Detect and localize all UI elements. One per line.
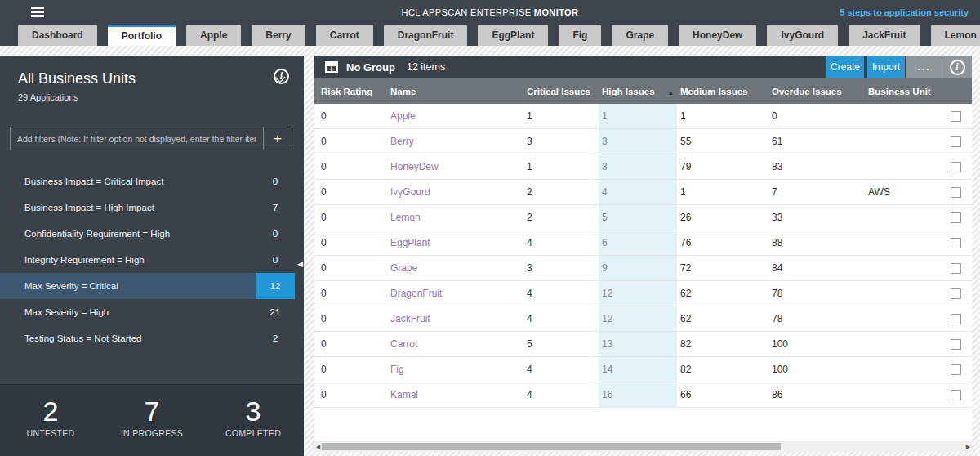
filter-item-business-impact-critical[interactable]: Business Impact = Critical Impact 0	[0, 168, 295, 194]
tab-honeydew[interactable]: HoneyDew	[679, 25, 756, 46]
cell-critical: 1	[527, 154, 599, 179]
row-checkbox[interactable]	[951, 263, 961, 274]
group-icon[interactable]	[325, 61, 338, 73]
row-checkbox[interactable]	[951, 162, 961, 172]
cell-business-unit	[868, 129, 947, 154]
col-risk-rating[interactable]: Risk Rating	[314, 87, 390, 96]
app-name-link[interactable]: Berry	[390, 129, 527, 154]
tab-lemon[interactable]: Lemon	[931, 25, 980, 46]
cell-critical: 4	[527, 230, 599, 255]
row-checkbox[interactable]	[951, 339, 961, 350]
cell-overdue: 88	[772, 230, 868, 255]
cell-high: 6	[599, 230, 677, 255]
col-critical-issues[interactable]: Critical Issues	[527, 87, 599, 96]
app-name-link[interactable]: Grape	[390, 256, 527, 280]
row-checkbox[interactable]	[951, 314, 961, 324]
cell-high: 12	[599, 306, 677, 331]
business-units-title[interactable]: All Business Units	[18, 70, 136, 87]
row-checkbox[interactable]	[951, 136, 961, 147]
import-button[interactable]: Import	[867, 56, 905, 78]
tab-apple[interactable]: Apple	[186, 25, 241, 46]
cell-risk: 0	[314, 154, 390, 179]
stat-untested-value: 2	[0, 396, 101, 426]
col-high-issues[interactable]: High Issues▲	[599, 87, 677, 96]
cell-risk: 0	[314, 306, 390, 331]
add-filter-button[interactable]: +	[263, 127, 292, 150]
col-name[interactable]: Name	[390, 87, 527, 96]
add-filters-input[interactable]	[11, 127, 263, 150]
cell-critical: 4	[527, 357, 599, 382]
row-checkbox[interactable]	[951, 111, 961, 122]
row-checkbox[interactable]	[951, 238, 961, 248]
stat-untested-label: UNTESTED	[0, 428, 101, 438]
cell-medium: 62	[677, 306, 772, 331]
row-checkbox[interactable]	[951, 390, 961, 400]
app-name-link[interactable]: Carrot	[390, 332, 527, 356]
cell-high: 5	[599, 205, 677, 230]
filter-item-integrity-high[interactable]: Integrity Requirement = High 0	[0, 247, 295, 273]
cell-business-unit	[868, 306, 947, 331]
tab-carrot[interactable]: Carrot	[316, 25, 373, 46]
cell-overdue: 84	[772, 256, 868, 280]
tab-fig[interactable]: Fig	[559, 25, 601, 46]
tab-jackfruit[interactable]: JackFruit	[849, 25, 920, 46]
cell-high: 1	[599, 104, 677, 128]
app-name-link[interactable]: HoneyDew	[390, 154, 527, 179]
filter-count: 0	[256, 168, 295, 194]
scrollbar-thumb[interactable]	[322, 443, 781, 450]
filter-item-max-severity-high[interactable]: Max Severity = High 21	[0, 299, 295, 325]
row-checkbox[interactable]	[951, 288, 961, 299]
tab-portfolio[interactable]: Portfolio	[108, 25, 176, 46]
cell-critical: 3	[527, 129, 599, 154]
cell-high: 14	[599, 357, 677, 382]
app-name-link[interactable]: Fig	[390, 357, 527, 382]
filter-item-confidentiality-high[interactable]: Confidentiality Requirement = High 0	[0, 221, 295, 247]
steps-to-security-link[interactable]: 5 steps to application security	[840, 7, 969, 17]
cell-high: 9	[599, 256, 677, 280]
tab-ivygourd[interactable]: IvyGourd	[767, 25, 838, 46]
info-circle-glyph: i	[950, 60, 965, 75]
filter-sidebar: All Business Units 29 Applications i + B…	[0, 56, 304, 456]
cell-high: 3	[599, 154, 677, 179]
filter-item-testing-not-started[interactable]: Testing Status = Not Started 2	[0, 325, 295, 351]
app-name-link[interactable]: DragonFruit	[390, 281, 527, 306]
stat-completed-value: 3	[203, 396, 304, 426]
filter-item-max-severity-critical[interactable]: Max Severity = Critical 12	[0, 273, 295, 299]
col-medium-issues[interactable]: Medium Issues	[677, 87, 772, 96]
row-checkbox[interactable]	[951, 212, 961, 223]
tab-eggplant[interactable]: EggPlant	[478, 25, 548, 46]
app-name-link[interactable]: Lemon	[390, 205, 527, 230]
create-button[interactable]: Create	[826, 56, 864, 78]
app-name-link[interactable]: EggPlant	[390, 230, 527, 255]
cell-business-unit	[868, 154, 947, 179]
app-name-link[interactable]: JackFruit	[390, 306, 527, 331]
app-name-link[interactable]: Kamal	[390, 382, 527, 407]
tab-grape[interactable]: Grape	[612, 25, 668, 46]
scroll-right-icon[interactable]: ▶	[964, 441, 972, 452]
horizontal-scrollbar[interactable]: ◀ ▶	[314, 441, 972, 452]
tab-berry[interactable]: Berry	[252, 25, 305, 46]
more-actions-button[interactable]: ...	[906, 56, 942, 78]
app-name-link[interactable]: Apple	[390, 104, 527, 128]
cell-high: 12	[599, 281, 677, 306]
filter-count: 21	[256, 299, 295, 325]
cell-business-unit	[868, 205, 947, 230]
cell-risk: 0	[314, 180, 390, 204]
cell-critical: 5	[527, 332, 599, 356]
sidebar-info-icon[interactable]: i	[274, 69, 289, 84]
tab-dragonfruit[interactable]: DragonFruit	[384, 25, 468, 46]
scroll-left-icon[interactable]: ◀	[314, 441, 322, 452]
app-name-link[interactable]: IvyGourd	[390, 180, 527, 204]
filter-count-badge: 12	[256, 273, 295, 299]
col-business-unit[interactable]: Business Unit	[868, 87, 947, 96]
tab-dashboard[interactable]: Dashboard	[18, 25, 97, 46]
row-checkbox[interactable]	[951, 364, 961, 375]
row-checkbox[interactable]	[951, 187, 961, 198]
cell-overdue: 100	[772, 357, 868, 382]
table-row-eggplant: 0 EggPlant 4 6 76 88	[314, 230, 972, 256]
cell-high: 3	[599, 129, 677, 154]
col-overdue-issues[interactable]: Overdue Issues	[772, 87, 868, 96]
table-info-icon[interactable]: i	[942, 56, 972, 78]
sidebar-collapse-icon[interactable]: ◀	[297, 260, 303, 268]
filter-item-business-impact-high[interactable]: Business Impact = High Impact 7	[0, 194, 295, 221]
